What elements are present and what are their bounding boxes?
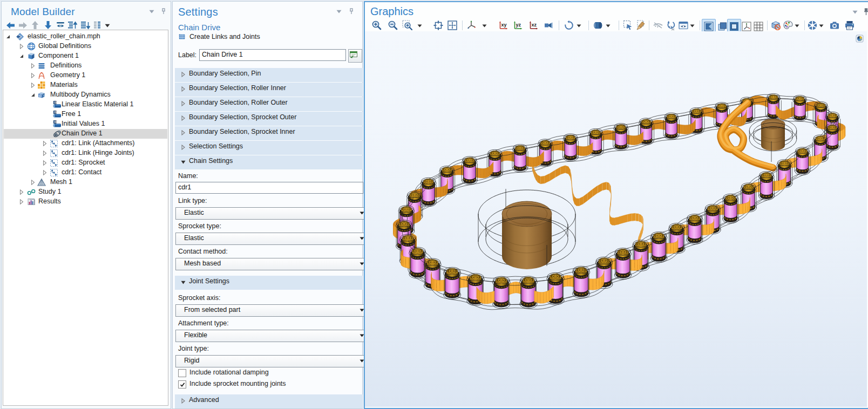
svg-text:D: D: [54, 101, 56, 104]
svg-text:D: D: [54, 111, 56, 114]
svg-text:D: D: [54, 120, 56, 124]
svg-text:xy: xy: [501, 22, 507, 28]
svg-text:xz: xz: [532, 22, 537, 28]
svg-text:yz: yz: [516, 22, 521, 28]
